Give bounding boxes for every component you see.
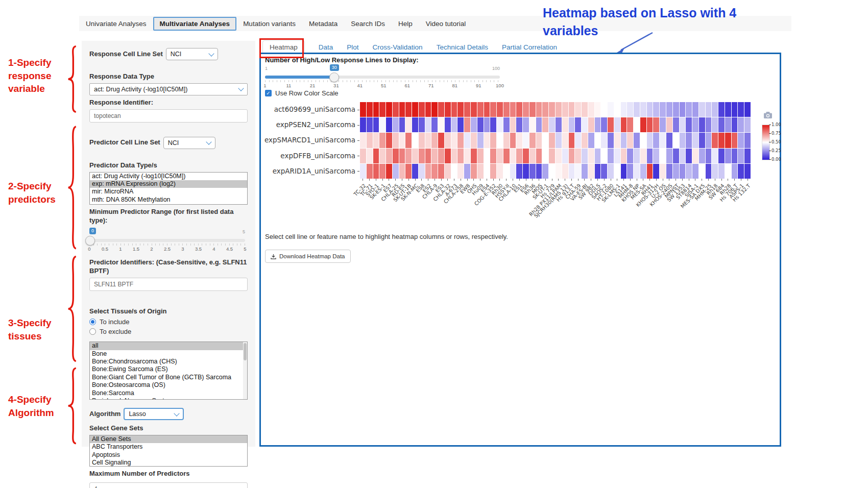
slider-max-label: 5 xyxy=(243,229,245,234)
nav-tab-mutation-variants[interactable]: Mutation variants xyxy=(236,17,302,30)
heatmap-cell xyxy=(673,149,679,163)
heatmap-cell xyxy=(653,102,659,117)
heatmap-cell xyxy=(595,117,601,132)
x-axis-tick xyxy=(454,179,454,181)
nav-tab-search-ids[interactable]: Search IDs xyxy=(344,17,392,30)
x-axis-tick xyxy=(741,179,741,181)
checkbox-checked-icon: ✓ xyxy=(265,90,272,96)
nav-tab-univariate-analyses[interactable]: Univariate Analyses xyxy=(79,17,153,30)
tab-plot[interactable]: Plot xyxy=(347,43,358,51)
tab-partial-correlation[interactable]: Partial Correlation xyxy=(502,43,557,51)
tissue-option-bone[interactable]: Bone xyxy=(90,350,247,358)
predictor-type-option-exp-mrna-expression-log2[interactable]: exp: mRNA Expression (log2) xyxy=(90,180,247,188)
predictor-identifiers-input[interactable] xyxy=(89,278,248,291)
algorithm-select[interactable]: Lasso xyxy=(124,408,184,420)
heatmap-row-label-exppsen2-unisarcoma[interactable]: expPSEN2_uniSarcoma xyxy=(263,117,355,132)
predictor-data-types-listbox[interactable]: act: Drug Activity (-log10[IC50M])exp: m… xyxy=(89,172,248,205)
tissue-option-bone-chondrosarcoma-chs[interactable]: Bone:Chondrosarcoma (CHS) xyxy=(90,358,247,365)
slider-tick-label: 3 xyxy=(181,246,184,252)
nav-tab-metadata[interactable]: Metadata xyxy=(302,17,344,30)
heatmap-cell xyxy=(699,149,705,163)
response-data-type-select[interactable]: act: Drug Activity (-log10[IC50M]) xyxy=(89,83,248,95)
slider-tick-label: 51 xyxy=(381,83,387,88)
predictor-type-option-mir-microrna[interactable]: mir: MicroRNA xyxy=(90,188,247,196)
download-button-label: Download Heatmap Data xyxy=(279,253,345,259)
heatmap-cell xyxy=(569,102,575,117)
heatmap-cell xyxy=(379,117,385,132)
tab-heatmap[interactable]: Heatmap xyxy=(262,40,305,54)
heatmap-cell xyxy=(399,133,405,148)
heatmap-row-label-expdffb-unisarcoma[interactable]: expDFFB_uniSarcoma xyxy=(263,149,355,163)
heatmap-cell xyxy=(477,102,484,117)
tissue-option-bone-osteosarcoma-os[interactable]: Bone:Osteosarcoma (OS) xyxy=(90,381,247,389)
heatmap-row-label-expsmarcd1-unisarcoma[interactable]: expSMARCD1_uniSarcoma xyxy=(263,133,355,148)
tissue-option-all[interactable]: all xyxy=(90,342,247,350)
download-heatmap-button[interactable]: Download Heatmap Data xyxy=(265,250,351,263)
gene-set-option-apoptosis[interactable]: Apoptosis xyxy=(90,451,247,459)
tissue-exclude-radio[interactable]: To exclude xyxy=(89,328,248,335)
heatmap-cell xyxy=(575,164,581,179)
annotation-brace-4 xyxy=(64,367,78,445)
heatmap-cell xyxy=(601,149,607,163)
x-axis-tick xyxy=(499,179,500,181)
tissue-include-label: To include xyxy=(100,318,130,326)
slider-tick-label: 91 xyxy=(476,83,481,88)
chevron-down-icon xyxy=(174,410,180,416)
heatmap-cell xyxy=(732,133,738,148)
heatmap-row-label-exparid1a-unisarcoma[interactable]: expARID1A_uniSarcoma xyxy=(263,164,355,179)
tissue-option-bone-sarcoma[interactable]: Bone:Sarcoma xyxy=(90,389,247,397)
gene-sets-listbox[interactable]: All Gene SetsABC TransportersApoptosisCe… xyxy=(89,435,248,467)
nav-tab-help[interactable]: Help xyxy=(392,17,419,30)
display-lines-slider[interactable]: 1100301112131415161718191100 xyxy=(265,63,500,90)
max-predictors-input[interactable] xyxy=(89,482,248,488)
heatmap-cell xyxy=(425,164,431,179)
heatmap-cell xyxy=(588,117,594,132)
gene-set-option-all-gene-sets[interactable]: All Gene Sets xyxy=(90,435,247,443)
heatmap-cell xyxy=(477,117,484,132)
heatmap-cell xyxy=(405,149,412,163)
gene-set-option-cell-signaling[interactable]: Cell Signaling xyxy=(90,459,247,467)
annotation-step4-label: 4-Specify Algorithm xyxy=(8,393,54,419)
nav-tab-multivariate-analyses[interactable]: Multivariate Analyses xyxy=(153,17,237,31)
tissue-include-radio[interactable]: To include xyxy=(89,318,248,326)
min-predictor-range-label: Minimum Predictor Range (for first liste… xyxy=(89,208,248,225)
predictor-type-option-act-drug-activity-log10-ic50m[interactable]: act: Drug Activity (-log10[IC50M]) xyxy=(90,173,247,180)
predictor-cell-line-set-select[interactable]: NCI xyxy=(163,137,215,149)
x-axis-tick xyxy=(376,179,376,181)
slider-tick-label: 61 xyxy=(404,83,410,88)
min-predictor-range-slider[interactable]: 5000.511.522.533.544.55 xyxy=(89,227,245,253)
camera-icon[interactable] xyxy=(763,111,773,119)
slider-track[interactable] xyxy=(89,239,245,242)
heatmap-cell xyxy=(393,102,399,117)
heatmap-cell xyxy=(445,149,451,163)
heatmap-cell xyxy=(477,164,484,179)
tissues-listbox[interactable]: allBoneBone:Chondrosarcoma (CHS)Bone:Ewi… xyxy=(89,341,248,400)
x-axis-tick xyxy=(408,179,409,181)
heatmap-cell xyxy=(379,149,385,163)
nav-tab-video-tutorial[interactable]: Video tutorial xyxy=(419,17,473,30)
tissue-option-bone-ewing-sarcoma-es[interactable]: Bone:Ewing Sarcoma (ES) xyxy=(90,365,247,373)
row-color-scale-checkbox[interactable]: ✓ Use Row Color Scale xyxy=(265,89,339,97)
scrollbar[interactable] xyxy=(243,342,247,399)
tab-data[interactable]: Data xyxy=(319,43,333,51)
response-cell-line-set-select[interactable]: NCI xyxy=(166,48,218,60)
slider-tick-label: 0 xyxy=(88,246,90,252)
heatmap-row-label-act609699-unisarcoma[interactable]: act609699_uniSarcoma xyxy=(263,102,355,117)
response-identifier-input[interactable] xyxy=(89,109,248,123)
x-axis-tick xyxy=(545,179,546,181)
heatmap-cell xyxy=(464,117,470,132)
gene-set-option-abc-transporters[interactable]: ABC Transporters xyxy=(90,443,247,451)
heatmap-cell xyxy=(627,164,633,179)
heatmap-cell xyxy=(680,117,686,132)
heatmap-cell xyxy=(686,102,692,117)
tissue-option-peripheral-nervous-system[interactable]: Peripheral_Nervous_System xyxy=(90,397,247,400)
heatmap-cell xyxy=(706,117,712,132)
predictor-type-option-mth-dna-850k-methylation[interactable]: mth: DNA 850K Methylation xyxy=(90,196,247,204)
heatmap-cell xyxy=(373,133,379,148)
tissue-option-bone-giant-cell-tumor-of-bone-gctb-sarcoma[interactable]: Bone:Giant Cell Tumor of Bone (GCTB) Sar… xyxy=(90,374,247,381)
tab-technical-details[interactable]: Technical Details xyxy=(437,43,488,51)
heatmap-cell xyxy=(660,102,666,117)
heatmap-cell xyxy=(725,133,731,148)
slider-handle[interactable] xyxy=(85,236,95,246)
tab-cross-validation[interactable]: Cross-Validation xyxy=(373,43,423,51)
